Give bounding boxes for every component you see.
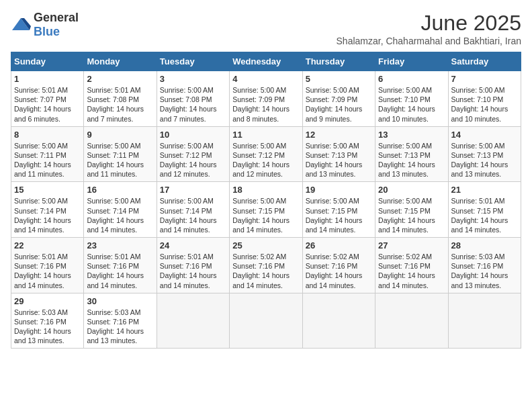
cell-text: Daylight: 14 hours <box>160 160 226 169</box>
cell-text: Daylight: 14 hours <box>378 104 445 113</box>
cell-text: Sunrise: 5:00 AM <box>160 85 226 95</box>
day-number: 26 <box>306 240 372 250</box>
logo-text-general: General <box>34 11 79 24</box>
cell-text: Sunrise: 5:03 AM <box>87 308 153 317</box>
day-number: 10 <box>160 130 226 140</box>
cell-text: Daylight: 14 hours <box>378 160 445 169</box>
table-row: 9Sunrise: 5:00 AMSunset: 7:11 PMDaylight… <box>84 126 157 182</box>
table-row: 11Sunrise: 5:00 AMSunset: 7:12 PMDayligh… <box>230 126 302 182</box>
day-number: 1 <box>14 74 81 84</box>
cell-text: Sunrise: 5:00 AM <box>160 196 226 205</box>
header: General Blue June 2025 Shalamzar, Chahar… <box>11 11 521 46</box>
table-row: 18Sunrise: 5:00 AMSunset: 7:15 PMDayligh… <box>230 182 302 238</box>
cell-text: Sunrise: 5:00 AM <box>451 141 518 150</box>
cell-text: Sunset: 7:16 PM <box>160 261 226 271</box>
day-number: 23 <box>87 240 153 250</box>
table-row: 24Sunrise: 5:01 AMSunset: 7:16 PMDayligh… <box>157 238 229 293</box>
day-number: 15 <box>14 185 81 195</box>
cell-text: Sunrise: 5:00 AM <box>232 141 299 150</box>
cell-text: and 14 minutes. <box>160 225 226 234</box>
cell-text: Sunrise: 5:00 AM <box>14 141 81 150</box>
cell-text: Sunset: 7:13 PM <box>451 150 518 160</box>
month-title: June 2025 <box>337 11 521 36</box>
table-row: 6Sunrise: 5:00 AMSunset: 7:10 PMDaylight… <box>375 71 448 127</box>
table-row: 29Sunrise: 5:03 AMSunset: 7:16 PMDayligh… <box>11 293 84 349</box>
calendar-row-3: 15Sunrise: 5:00 AMSunset: 7:14 PMDayligh… <box>11 182 521 238</box>
cell-text: and 7 minutes. <box>160 114 226 124</box>
cell-text: Daylight: 14 hours <box>451 216 518 225</box>
cell-text: Sunrise: 5:00 AM <box>306 141 372 150</box>
cell-text: Sunset: 7:16 PM <box>87 317 153 326</box>
table-row: 17Sunrise: 5:00 AMSunset: 7:14 PMDayligh… <box>157 182 229 238</box>
cell-text: Daylight: 14 hours <box>14 326 81 336</box>
day-number: 11 <box>232 130 299 140</box>
day-number: 22 <box>14 240 81 250</box>
cell-text: and 14 minutes. <box>232 225 299 234</box>
cell-text: Sunrise: 5:02 AM <box>306 252 372 261</box>
day-number: 19 <box>306 185 372 195</box>
day-number: 2 <box>87 74 153 84</box>
day-number: 4 <box>232 74 299 84</box>
day-number: 6 <box>378 74 445 84</box>
cell-text: Sunset: 7:07 PM <box>14 95 81 104</box>
cell-text: Sunrise: 5:01 AM <box>14 85 81 95</box>
col-sunday: Sunday <box>11 52 84 71</box>
table-row: 12Sunrise: 5:00 AMSunset: 7:13 PMDayligh… <box>302 126 375 182</box>
table-row: 2Sunrise: 5:01 AMSunset: 7:08 PMDaylight… <box>84 71 157 127</box>
cell-text: Daylight: 14 hours <box>87 160 153 169</box>
table-row: 27Sunrise: 5:02 AMSunset: 7:16 PMDayligh… <box>375 238 448 293</box>
table-row <box>448 293 521 349</box>
cell-text: and 7 minutes. <box>87 114 153 124</box>
day-number: 24 <box>160 240 226 250</box>
day-number: 9 <box>87 130 153 140</box>
cell-text: Daylight: 14 hours <box>232 160 299 169</box>
cell-text: Sunrise: 5:01 AM <box>451 196 518 205</box>
table-row: 8Sunrise: 5:00 AMSunset: 7:11 PMDaylight… <box>11 126 84 182</box>
day-number: 28 <box>451 240 518 250</box>
table-row <box>157 293 229 349</box>
table-row: 16Sunrise: 5:00 AMSunset: 7:14 PMDayligh… <box>84 182 157 238</box>
header-row: Sunday Monday Tuesday Wednesday Thursday… <box>11 52 521 71</box>
cell-text: Daylight: 14 hours <box>87 271 153 280</box>
cell-text: and 14 minutes. <box>87 225 153 234</box>
cell-text: Sunset: 7:16 PM <box>87 261 153 271</box>
day-number: 27 <box>378 240 445 250</box>
table-row: 10Sunrise: 5:00 AMSunset: 7:12 PMDayligh… <box>157 126 229 182</box>
cell-text: Sunset: 7:15 PM <box>232 206 299 216</box>
day-number: 7 <box>451 74 518 84</box>
cell-text: Daylight: 14 hours <box>306 271 372 280</box>
cell-text: Sunrise: 5:01 AM <box>14 252 81 261</box>
cell-text: Sunset: 7:09 PM <box>232 95 299 104</box>
table-row: 25Sunrise: 5:02 AMSunset: 7:16 PMDayligh… <box>230 238 302 293</box>
cell-text: Daylight: 14 hours <box>232 216 299 225</box>
cell-text: Sunset: 7:11 PM <box>14 150 81 160</box>
table-row: 22Sunrise: 5:01 AMSunset: 7:16 PMDayligh… <box>11 238 84 293</box>
day-number: 20 <box>378 185 445 195</box>
cell-text: and 13 minutes. <box>451 169 518 179</box>
cell-text: Sunset: 7:11 PM <box>87 150 153 160</box>
cell-text: Sunset: 7:15 PM <box>451 206 518 216</box>
cell-text: and 14 minutes. <box>378 225 445 234</box>
cell-text: Daylight: 14 hours <box>14 104 81 113</box>
cell-text: Sunset: 7:16 PM <box>451 261 518 271</box>
cell-text: and 14 minutes. <box>14 281 81 290</box>
cell-text: and 14 minutes. <box>378 281 445 290</box>
cell-text: Daylight: 14 hours <box>378 271 445 280</box>
cell-text: Sunrise: 5:00 AM <box>378 85 445 95</box>
cell-text: and 8 minutes. <box>232 114 299 124</box>
day-number: 14 <box>451 130 518 140</box>
col-thursday: Thursday <box>302 52 375 71</box>
cell-text: Sunrise: 5:01 AM <box>87 252 153 261</box>
cell-text: Daylight: 14 hours <box>87 216 153 225</box>
cell-text: Sunset: 7:12 PM <box>160 150 226 160</box>
cell-text: Daylight: 14 hours <box>451 104 518 113</box>
cell-text: and 14 minutes. <box>306 225 372 234</box>
col-saturday: Saturday <box>448 52 521 71</box>
table-row: 14Sunrise: 5:00 AMSunset: 7:13 PMDayligh… <box>448 126 521 182</box>
cell-text: Daylight: 14 hours <box>14 271 81 280</box>
day-number: 18 <box>232 185 299 195</box>
cell-text: Sunset: 7:08 PM <box>160 95 226 104</box>
cell-text: Daylight: 14 hours <box>306 160 372 169</box>
cell-text: Daylight: 14 hours <box>306 216 372 225</box>
cell-text: Sunrise: 5:00 AM <box>232 85 299 95</box>
